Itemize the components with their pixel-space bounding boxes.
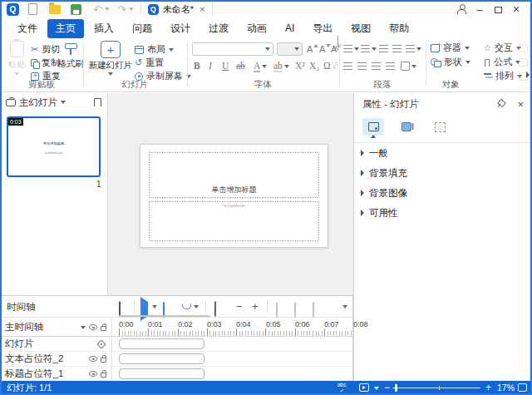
shapes-dropdown-icon[interactable] xyxy=(466,61,470,64)
text-align-box-button[interactable] xyxy=(401,62,416,71)
app-logo-icon[interactable]: Q xyxy=(7,3,19,16)
grow-font-button[interactable]: A xyxy=(307,44,318,54)
bold-button[interactable]: B xyxy=(194,61,200,71)
tab-shape-properties[interactable] xyxy=(396,118,417,136)
zoom-slider-track[interactable] xyxy=(392,388,480,388)
timeline-zoom-out-button[interactable]: − xyxy=(236,301,243,312)
title-placeholder[interactable]: 单击增加标题 xyxy=(149,152,319,198)
superscript-button[interactable]: X² xyxy=(295,61,305,71)
paste-button[interactable]: 粘贴 xyxy=(5,41,28,76)
fill-button[interactable]: 填 xyxy=(519,56,532,68)
section-general[interactable]: 一般 xyxy=(354,143,532,163)
formula-object-button[interactable]: ∏ 公式 xyxy=(484,56,520,68)
align-left-button[interactable] xyxy=(343,62,352,70)
spellcheck-button[interactable]: abc ✓ xyxy=(337,383,346,393)
lock-icon-title[interactable] xyxy=(101,373,106,378)
canvas[interactable]: 单击增加标题 单击增加副标题 xyxy=(108,93,353,295)
menu-item-home[interactable]: 主页 xyxy=(47,19,84,38)
copy-button[interactable]: 复制 xyxy=(31,57,60,69)
menu-item-design[interactable]: 设计 xyxy=(162,19,199,38)
tab-close-button[interactable]: × xyxy=(200,4,204,14)
pin-button[interactable] xyxy=(496,99,505,110)
menu-item-transition[interactable]: 过渡 xyxy=(200,19,237,38)
text-align-dropdown-icon[interactable] xyxy=(411,65,416,68)
document-tab[interactable]: Q 未命名* × xyxy=(148,3,205,16)
underline-button[interactable]: U xyxy=(222,61,229,71)
track-text-cell[interactable]: 文本占位符_2 xyxy=(0,352,112,366)
menu-item-file[interactable]: 文件 xyxy=(9,19,46,38)
shrink-font-button[interactable]: A xyxy=(319,44,331,54)
menu-item-insert[interactable]: 插入 xyxy=(86,19,122,38)
new-slide-dropdown-icon[interactable] xyxy=(108,72,113,76)
arrange-button[interactable]: 排列 xyxy=(484,70,522,82)
status-zoom-in-button[interactable]: + xyxy=(485,382,491,393)
eye-icon-main[interactable] xyxy=(89,324,97,330)
track-title-bar[interactable] xyxy=(119,368,204,379)
eye-icon-title[interactable] xyxy=(89,371,97,377)
minimize-button[interactable]: – xyxy=(470,3,489,16)
highlight-dropdown-icon[interactable] xyxy=(284,65,289,68)
highlight-button[interactable]: ab xyxy=(273,61,289,72)
section-background-image[interactable]: 背景图像 xyxy=(354,183,532,203)
menu-item-question[interactable]: 问题 xyxy=(124,19,160,38)
insert-time-button[interactable] xyxy=(276,303,278,318)
strikethrough-button[interactable]: ab xyxy=(236,61,245,71)
line-spacing-dropdown-icon[interactable] xyxy=(416,47,421,51)
lock-icon-text[interactable] xyxy=(101,358,106,363)
cut-time-button[interactable] xyxy=(313,303,314,318)
layout-button[interactable]: 布局 xyxy=(135,43,174,56)
container-dropdown-icon[interactable] xyxy=(465,47,470,50)
tag-icon[interactable] xyxy=(96,339,106,348)
align-center-button[interactable] xyxy=(357,62,367,70)
save-button[interactable] xyxy=(71,4,81,15)
subtitle-placeholder[interactable]: 单击增加副标题 xyxy=(149,201,319,241)
indent-button[interactable] xyxy=(392,45,401,52)
main-track-dropdown-icon[interactable] xyxy=(81,326,86,329)
properties-close-button[interactable]: × xyxy=(517,98,524,111)
font-color-dropdown-icon[interactable] xyxy=(262,65,267,68)
new-slide-button[interactable]: + 新建幻灯片 xyxy=(89,41,132,76)
shapes-button[interactable]: 形状 xyxy=(431,56,470,68)
container-button[interactable]: 容器 xyxy=(431,42,470,54)
track-slide-cell[interactable]: 幻灯片 xyxy=(0,337,112,351)
italic-button[interactable]: I xyxy=(209,61,212,71)
bullets-button[interactable] xyxy=(343,45,359,52)
subscript-button[interactable]: X₂ xyxy=(309,61,319,71)
tab-interaction-properties[interactable]: ☆ xyxy=(429,118,451,136)
master-slide-selector[interactable]: 主幻灯片 xyxy=(19,96,57,109)
status-zoom-out-button[interactable]: − xyxy=(384,382,390,393)
main-track-label[interactable]: 主时间轴 xyxy=(5,321,43,333)
preview-button[interactable] xyxy=(359,383,369,392)
play-dropdown-icon[interactable] xyxy=(152,305,157,309)
slide-thumbnail[interactable]: 0:03 单击增加标题 单击增加副标题 xyxy=(7,116,101,177)
paragraph-dialog-launcher[interactable] xyxy=(337,36,338,51)
new-file-button[interactable] xyxy=(28,3,37,15)
redo-dropdown-icon[interactable] xyxy=(129,7,134,11)
maximize-button[interactable] xyxy=(489,3,507,16)
format-painter-button[interactable]: 格式刷 xyxy=(60,42,81,70)
justify-button[interactable] xyxy=(386,62,395,70)
symbol-button[interactable]: Ω xyxy=(323,61,331,71)
numbering-dropdown-icon[interactable] xyxy=(372,47,377,51)
font-family-select[interactable] xyxy=(192,42,273,56)
font-color-button[interactable]: A xyxy=(254,61,267,72)
interaction-button[interactable]: ☆ 交互 xyxy=(484,42,521,54)
outdent-button[interactable] xyxy=(379,45,388,52)
quick-style-button[interactable]: 快 xyxy=(519,42,532,54)
menu-item-export[interactable]: 导出 xyxy=(304,19,341,38)
redo-button[interactable]: ↷ xyxy=(117,4,134,15)
timeline-options-dropdown-icon[interactable] xyxy=(342,305,347,309)
line-button[interactable]: 线 xyxy=(519,70,532,82)
bookmark-button[interactable] xyxy=(94,98,101,107)
section-accessibility[interactable]: 可用性 xyxy=(354,203,532,223)
track-slide-bar[interactable] xyxy=(119,338,204,349)
menu-item-ai[interactable]: AI xyxy=(277,20,303,37)
delete-time-button[interactable] xyxy=(294,303,296,318)
preview-dropdown-icon[interactable] xyxy=(374,387,379,390)
reset-button[interactable]: ↺ 重置 xyxy=(135,57,164,69)
track-text-bar[interactable] xyxy=(119,353,204,364)
menu-item-view[interactable]: 视图 xyxy=(342,19,379,38)
close-button[interactable]: × xyxy=(507,2,525,16)
timeline-ruler[interactable]: 0:00 0:01 0:02 0:03 0:04 0:05 0:06 0:07 … xyxy=(112,318,352,336)
undo-button[interactable]: ↶ xyxy=(93,4,110,15)
